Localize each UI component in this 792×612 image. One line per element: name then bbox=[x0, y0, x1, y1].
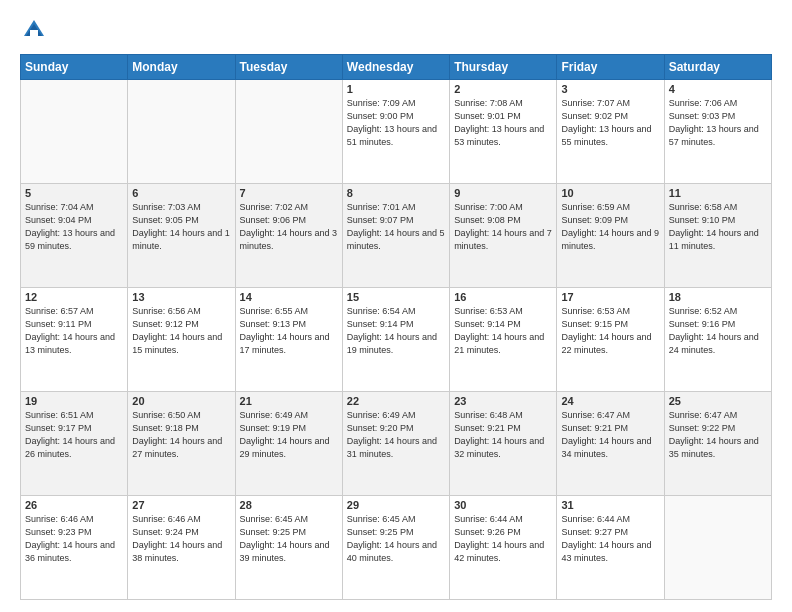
calendar-week-row: 1Sunrise: 7:09 AM Sunset: 9:00 PM Daylig… bbox=[21, 80, 772, 184]
day-content: Sunrise: 6:53 AM Sunset: 9:14 PM Dayligh… bbox=[454, 305, 552, 357]
day-number: 21 bbox=[240, 395, 338, 407]
day-content: Sunrise: 7:08 AM Sunset: 9:01 PM Dayligh… bbox=[454, 97, 552, 149]
day-header-saturday: Saturday bbox=[664, 55, 771, 80]
calendar-week-row: 26Sunrise: 6:46 AM Sunset: 9:23 PM Dayli… bbox=[21, 496, 772, 600]
day-number: 10 bbox=[561, 187, 659, 199]
day-content: Sunrise: 6:44 AM Sunset: 9:27 PM Dayligh… bbox=[561, 513, 659, 565]
calendar-cell: 3Sunrise: 7:07 AM Sunset: 9:02 PM Daylig… bbox=[557, 80, 664, 184]
day-content: Sunrise: 6:54 AM Sunset: 9:14 PM Dayligh… bbox=[347, 305, 445, 357]
day-content: Sunrise: 6:49 AM Sunset: 9:19 PM Dayligh… bbox=[240, 409, 338, 461]
day-number: 3 bbox=[561, 83, 659, 95]
day-content: Sunrise: 7:07 AM Sunset: 9:02 PM Dayligh… bbox=[561, 97, 659, 149]
calendar-cell: 4Sunrise: 7:06 AM Sunset: 9:03 PM Daylig… bbox=[664, 80, 771, 184]
page: SundayMondayTuesdayWednesdayThursdayFrid… bbox=[0, 0, 792, 612]
day-content: Sunrise: 6:50 AM Sunset: 9:18 PM Dayligh… bbox=[132, 409, 230, 461]
day-number: 2 bbox=[454, 83, 552, 95]
logo bbox=[20, 16, 52, 44]
calendar-cell: 14Sunrise: 6:55 AM Sunset: 9:13 PM Dayli… bbox=[235, 288, 342, 392]
calendar-cell: 30Sunrise: 6:44 AM Sunset: 9:26 PM Dayli… bbox=[450, 496, 557, 600]
calendar-cell: 23Sunrise: 6:48 AM Sunset: 9:21 PM Dayli… bbox=[450, 392, 557, 496]
day-number: 28 bbox=[240, 499, 338, 511]
day-number: 30 bbox=[454, 499, 552, 511]
day-number: 5 bbox=[25, 187, 123, 199]
day-content: Sunrise: 7:06 AM Sunset: 9:03 PM Dayligh… bbox=[669, 97, 767, 149]
day-header-thursday: Thursday bbox=[450, 55, 557, 80]
day-number: 24 bbox=[561, 395, 659, 407]
day-number: 1 bbox=[347, 83, 445, 95]
day-content: Sunrise: 7:03 AM Sunset: 9:05 PM Dayligh… bbox=[132, 201, 230, 253]
day-content: Sunrise: 6:46 AM Sunset: 9:23 PM Dayligh… bbox=[25, 513, 123, 565]
day-content: Sunrise: 7:02 AM Sunset: 9:06 PM Dayligh… bbox=[240, 201, 338, 253]
day-number: 15 bbox=[347, 291, 445, 303]
day-number: 17 bbox=[561, 291, 659, 303]
day-content: Sunrise: 6:47 AM Sunset: 9:21 PM Dayligh… bbox=[561, 409, 659, 461]
calendar-cell bbox=[235, 80, 342, 184]
day-content: Sunrise: 6:56 AM Sunset: 9:12 PM Dayligh… bbox=[132, 305, 230, 357]
calendar-header-row: SundayMondayTuesdayWednesdayThursdayFrid… bbox=[21, 55, 772, 80]
calendar-cell: 19Sunrise: 6:51 AM Sunset: 9:17 PM Dayli… bbox=[21, 392, 128, 496]
day-number: 31 bbox=[561, 499, 659, 511]
day-content: Sunrise: 7:00 AM Sunset: 9:08 PM Dayligh… bbox=[454, 201, 552, 253]
day-header-monday: Monday bbox=[128, 55, 235, 80]
day-number: 11 bbox=[669, 187, 767, 199]
day-content: Sunrise: 6:49 AM Sunset: 9:20 PM Dayligh… bbox=[347, 409, 445, 461]
calendar-cell: 28Sunrise: 6:45 AM Sunset: 9:25 PM Dayli… bbox=[235, 496, 342, 600]
day-header-wednesday: Wednesday bbox=[342, 55, 449, 80]
day-number: 27 bbox=[132, 499, 230, 511]
day-header-sunday: Sunday bbox=[21, 55, 128, 80]
calendar-week-row: 19Sunrise: 6:51 AM Sunset: 9:17 PM Dayli… bbox=[21, 392, 772, 496]
day-content: Sunrise: 6:48 AM Sunset: 9:21 PM Dayligh… bbox=[454, 409, 552, 461]
day-content: Sunrise: 6:45 AM Sunset: 9:25 PM Dayligh… bbox=[347, 513, 445, 565]
day-number: 14 bbox=[240, 291, 338, 303]
day-number: 26 bbox=[25, 499, 123, 511]
day-content: Sunrise: 7:09 AM Sunset: 9:00 PM Dayligh… bbox=[347, 97, 445, 149]
calendar-cell: 7Sunrise: 7:02 AM Sunset: 9:06 PM Daylig… bbox=[235, 184, 342, 288]
calendar-cell: 22Sunrise: 6:49 AM Sunset: 9:20 PM Dayli… bbox=[342, 392, 449, 496]
calendar-cell: 16Sunrise: 6:53 AM Sunset: 9:14 PM Dayli… bbox=[450, 288, 557, 392]
day-number: 6 bbox=[132, 187, 230, 199]
day-number: 9 bbox=[454, 187, 552, 199]
day-content: Sunrise: 6:51 AM Sunset: 9:17 PM Dayligh… bbox=[25, 409, 123, 461]
calendar-cell: 15Sunrise: 6:54 AM Sunset: 9:14 PM Dayli… bbox=[342, 288, 449, 392]
header bbox=[20, 16, 772, 44]
calendar-cell: 27Sunrise: 6:46 AM Sunset: 9:24 PM Dayli… bbox=[128, 496, 235, 600]
day-content: Sunrise: 6:58 AM Sunset: 9:10 PM Dayligh… bbox=[669, 201, 767, 253]
day-content: Sunrise: 6:55 AM Sunset: 9:13 PM Dayligh… bbox=[240, 305, 338, 357]
day-content: Sunrise: 6:44 AM Sunset: 9:26 PM Dayligh… bbox=[454, 513, 552, 565]
day-number: 4 bbox=[669, 83, 767, 95]
calendar-cell bbox=[21, 80, 128, 184]
calendar: SundayMondayTuesdayWednesdayThursdayFrid… bbox=[20, 54, 772, 600]
calendar-cell: 20Sunrise: 6:50 AM Sunset: 9:18 PM Dayli… bbox=[128, 392, 235, 496]
day-header-friday: Friday bbox=[557, 55, 664, 80]
day-content: Sunrise: 6:57 AM Sunset: 9:11 PM Dayligh… bbox=[25, 305, 123, 357]
calendar-cell: 12Sunrise: 6:57 AM Sunset: 9:11 PM Dayli… bbox=[21, 288, 128, 392]
day-content: Sunrise: 6:59 AM Sunset: 9:09 PM Dayligh… bbox=[561, 201, 659, 253]
calendar-cell: 24Sunrise: 6:47 AM Sunset: 9:21 PM Dayli… bbox=[557, 392, 664, 496]
calendar-cell: 25Sunrise: 6:47 AM Sunset: 9:22 PM Dayli… bbox=[664, 392, 771, 496]
calendar-cell: 6Sunrise: 7:03 AM Sunset: 9:05 PM Daylig… bbox=[128, 184, 235, 288]
day-number: 25 bbox=[669, 395, 767, 407]
day-number: 8 bbox=[347, 187, 445, 199]
calendar-cell: 10Sunrise: 6:59 AM Sunset: 9:09 PM Dayli… bbox=[557, 184, 664, 288]
calendar-cell: 17Sunrise: 6:53 AM Sunset: 9:15 PM Dayli… bbox=[557, 288, 664, 392]
calendar-week-row: 5Sunrise: 7:04 AM Sunset: 9:04 PM Daylig… bbox=[21, 184, 772, 288]
day-content: Sunrise: 7:01 AM Sunset: 9:07 PM Dayligh… bbox=[347, 201, 445, 253]
calendar-cell: 1Sunrise: 7:09 AM Sunset: 9:00 PM Daylig… bbox=[342, 80, 449, 184]
svg-rect-2 bbox=[30, 30, 38, 36]
calendar-cell: 26Sunrise: 6:46 AM Sunset: 9:23 PM Dayli… bbox=[21, 496, 128, 600]
calendar-cell: 9Sunrise: 7:00 AM Sunset: 9:08 PM Daylig… bbox=[450, 184, 557, 288]
calendar-cell: 29Sunrise: 6:45 AM Sunset: 9:25 PM Dayli… bbox=[342, 496, 449, 600]
day-number: 7 bbox=[240, 187, 338, 199]
calendar-cell: 8Sunrise: 7:01 AM Sunset: 9:07 PM Daylig… bbox=[342, 184, 449, 288]
day-content: Sunrise: 6:47 AM Sunset: 9:22 PM Dayligh… bbox=[669, 409, 767, 461]
day-content: Sunrise: 6:45 AM Sunset: 9:25 PM Dayligh… bbox=[240, 513, 338, 565]
calendar-cell bbox=[664, 496, 771, 600]
calendar-week-row: 12Sunrise: 6:57 AM Sunset: 9:11 PM Dayli… bbox=[21, 288, 772, 392]
day-number: 23 bbox=[454, 395, 552, 407]
day-content: Sunrise: 6:53 AM Sunset: 9:15 PM Dayligh… bbox=[561, 305, 659, 357]
day-number: 22 bbox=[347, 395, 445, 407]
calendar-cell: 21Sunrise: 6:49 AM Sunset: 9:19 PM Dayli… bbox=[235, 392, 342, 496]
day-content: Sunrise: 6:46 AM Sunset: 9:24 PM Dayligh… bbox=[132, 513, 230, 565]
calendar-cell: 2Sunrise: 7:08 AM Sunset: 9:01 PM Daylig… bbox=[450, 80, 557, 184]
day-number: 12 bbox=[25, 291, 123, 303]
